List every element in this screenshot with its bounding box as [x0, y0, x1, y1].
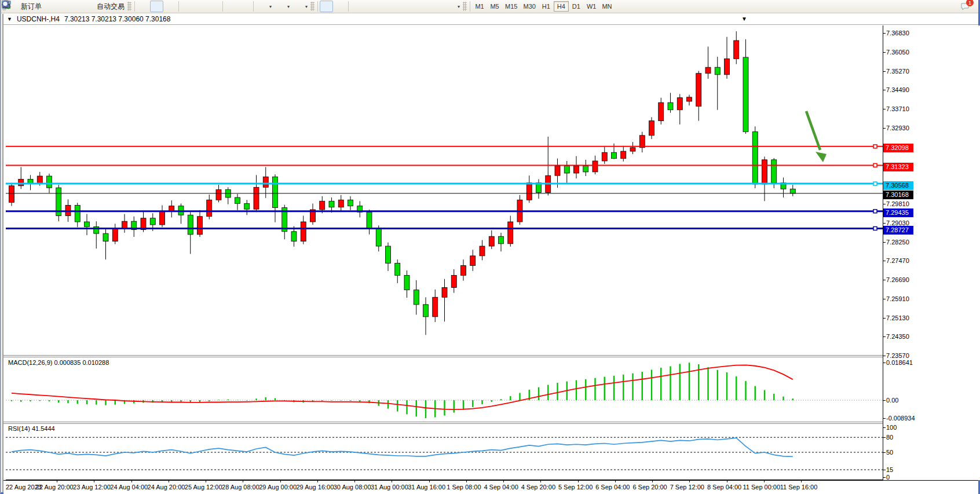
chevron-down-icon: ▾	[458, 4, 460, 9]
timeframe-m30[interactable]: M30	[520, 1, 538, 12]
price-tick-label: 7.26690	[886, 276, 909, 283]
zoom-out-button[interactable]	[194, 1, 207, 12]
price-tick-label: 7.24350	[886, 333, 909, 340]
timeframe-d1[interactable]: D1	[569, 1, 584, 12]
price-tick-label: 7.29030	[886, 219, 909, 226]
time-tick-label: 25 Aug 12:00	[185, 484, 222, 491]
tick-mark	[764, 481, 765, 482]
fibonacci-icon: F	[405, 2, 415, 11]
timeframe-w1[interactable]: W1	[584, 1, 599, 12]
toolbar-grip[interactable]	[127, 2, 131, 11]
tick-mark	[615, 481, 616, 482]
tick-mark	[883, 242, 886, 243]
price-tick-label: 7.33710	[886, 105, 909, 112]
price-tick-label: 100	[886, 424, 897, 431]
chart-shift-button[interactable]	[238, 1, 251, 12]
timeframe-mn[interactable]: MN	[599, 1, 615, 12]
new-order-button[interactable]: 新订单	[8, 1, 43, 12]
time-tick-label: 22 Aug 20:00	[36, 484, 74, 491]
candlestick-chart-button[interactable]	[150, 1, 163, 12]
tick-mark	[169, 481, 169, 482]
time-tick-label: 8 Sep 04:00	[707, 484, 741, 491]
signals-button[interactable]	[57, 1, 70, 12]
rsi-panel[interactable]: RSI(14) 41.5444	[6, 424, 883, 480]
text-icon: A	[419, 2, 429, 11]
timeframe-h4[interactable]: H4	[554, 1, 569, 12]
trendline-button[interactable]	[377, 1, 390, 12]
tile-windows-button[interactable]	[207, 1, 221, 12]
price-tick-label: -0.008934	[886, 415, 915, 422]
chart-ohlc-values: 7.30213 7.30213 7.30060 7.30168	[64, 15, 171, 23]
vertical-line-button[interactable]	[350, 1, 364, 12]
bar-chart-button[interactable]	[137, 1, 150, 12]
tick-mark	[883, 437, 886, 438]
chart-title-bar[interactable]: ▼ USDCNH-,H4 7.30213 7.30213 7.30060 7.3…	[3, 14, 978, 25]
auto-scroll-button[interactable]	[225, 1, 238, 12]
price-chart-panel[interactable]	[6, 25, 883, 355]
time-tick-label: 7 Sep 12:00	[670, 484, 704, 491]
time-tick-label: 23 Aug 12:00	[73, 484, 111, 491]
periods-button[interactable]: ▾	[273, 1, 291, 12]
crosshair-button[interactable]	[333, 1, 346, 12]
chevron-down-icon[interactable]: ▼	[7, 16, 12, 22]
bar-chart-icon	[138, 2, 148, 11]
market-icon	[45, 2, 55, 11]
arrows-button[interactable]: ▾	[444, 1, 462, 12]
tick-mark	[429, 481, 430, 482]
tick-mark	[883, 418, 886, 419]
price-tick-label: 50	[886, 449, 893, 456]
auto-scroll-icon	[226, 2, 236, 11]
time-tick-label: 11 Sep 16:00	[780, 484, 818, 491]
timeframe-m5[interactable]: M5	[487, 1, 502, 12]
horizontal-line-button[interactable]	[364, 1, 377, 12]
autotrade-button[interactable]: 自动交易	[83, 1, 126, 12]
notifications-icon[interactable]: 1	[960, 2, 970, 11]
autotrade-label: 自动交易	[97, 2, 125, 12]
vertical-line-icon	[352, 2, 362, 11]
timeframe-h1[interactable]: H1	[539, 1, 554, 12]
price-tick-label: 7.32930	[886, 125, 909, 131]
timeframe-m1[interactable]: M1	[472, 1, 487, 12]
line-chart-button[interactable]	[163, 1, 177, 12]
price-axis[interactable]: 7.368307.360507.352707.344907.337107.329…	[883, 25, 980, 480]
zoom-in-button[interactable]	[181, 1, 194, 12]
toolbar-grip[interactable]	[463, 2, 467, 11]
price-tick-label: 7.28250	[886, 239, 909, 246]
cursor-button[interactable]	[320, 1, 333, 12]
news-button[interactable]	[70, 1, 83, 12]
text-button[interactable]: A	[417, 1, 430, 12]
tick-mark	[540, 481, 541, 482]
time-tick-label: 28 Aug 08:00	[222, 484, 259, 491]
scroll-to-end-marker[interactable]: ▼	[741, 16, 747, 22]
time-axis[interactable]: 22 Aug 202322 Aug 20:0023 Aug 12:0024 Au…	[3, 480, 978, 494]
text-label-button[interactable]: T	[430, 1, 444, 12]
tick-mark	[243, 481, 243, 482]
time-tick-label: 29 Aug 16:00	[296, 484, 334, 491]
timeframe-m15[interactable]: M15	[502, 1, 520, 12]
tick-mark	[57, 481, 57, 482]
equidistant-channel-icon: E	[392, 2, 402, 11]
tick-mark	[503, 481, 504, 482]
price-level-tag: 7.32098	[883, 144, 913, 152]
time-tick-label: 29 Aug 00:00	[259, 484, 297, 491]
templates-button[interactable]: ▾	[291, 1, 309, 12]
search-icon[interactable]	[946, 2, 956, 11]
price-tick-label: 7.35270	[886, 68, 909, 75]
price-tick-label: 7.27470	[886, 257, 909, 264]
price-tick-label: 80	[886, 434, 893, 441]
fibonacci-button[interactable]: F	[404, 1, 417, 12]
time-tick-label: 4 Sep 20:00	[521, 484, 555, 491]
macd-panel[interactable]: MACD(12,26,9) 0.000835 0.010288	[6, 358, 883, 422]
time-tick-label: 31 Aug 16:00	[408, 484, 445, 491]
chevron-down-icon: ▾	[287, 4, 290, 9]
panel-separator[interactable]	[3, 355, 978, 357]
news-icon	[72, 2, 82, 11]
tick-mark	[883, 299, 886, 299]
cursor-icon	[321, 2, 331, 11]
market-button[interactable]	[43, 1, 57, 12]
price-level-tag: 7.31323	[883, 163, 913, 171]
equidistant-channel-button[interactable]: E	[390, 1, 404, 12]
add-indicator-button[interactable]: ▾	[255, 1, 273, 12]
zoom-in-icon	[182, 2, 192, 11]
toolbar-grip[interactable]	[310, 2, 315, 11]
